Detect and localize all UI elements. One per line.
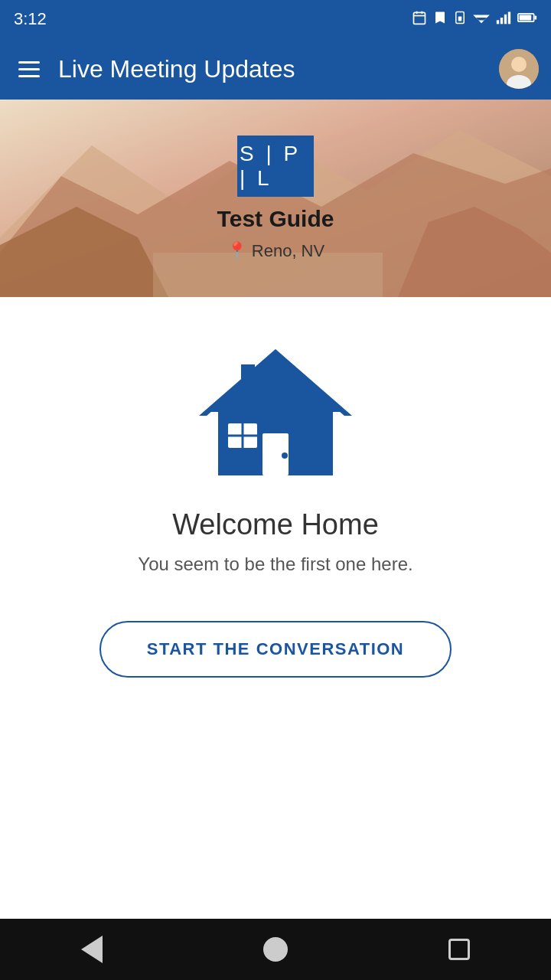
- svg-rect-10: [500, 18, 503, 24]
- menu-button[interactable]: [12, 52, 46, 86]
- app-title: Live Meeting Updates: [58, 55, 499, 83]
- avatar: [499, 49, 539, 89]
- location-text: Reno, NV: [252, 241, 324, 261]
- hamburger-icon: [18, 61, 40, 64]
- user-avatar-button[interactable]: [499, 49, 539, 89]
- start-conversation-button[interactable]: START THE CONVERSATION: [99, 621, 452, 678]
- svg-rect-5: [458, 16, 462, 21]
- battery-icon: [517, 11, 537, 28]
- svg-rect-34: [241, 364, 255, 391]
- hero-banner: S | P | L Test Guide 📍 Reno, NV: [0, 100, 551, 297]
- svg-point-17: [511, 57, 527, 72]
- svg-rect-15: [535, 15, 537, 19]
- home-circle-icon: [263, 937, 288, 962]
- spl-logo: S | P | L: [237, 136, 314, 197]
- sim-icon: [453, 10, 467, 29]
- hero-location: 📍 Reno, NV: [227, 241, 324, 261]
- svg-rect-0: [414, 12, 425, 24]
- hamburger-icon: [18, 75, 40, 77]
- app-bar: Live Meeting Updates: [0, 38, 551, 100]
- welcome-title: Welcome Home: [172, 508, 379, 541]
- house-icon: [199, 343, 352, 481]
- status-time: 3:12: [14, 9, 47, 29]
- spl-text: S | P | L: [240, 142, 311, 191]
- svg-marker-8: [478, 20, 484, 23]
- status-icons: [412, 10, 537, 29]
- main-content: Welcome Home You seem to be the first on…: [0, 297, 551, 919]
- svg-rect-9: [497, 20, 499, 24]
- square-icon: [448, 939, 470, 960]
- location-pin-icon: 📍: [227, 241, 247, 261]
- svg-rect-11: [504, 14, 507, 24]
- svg-point-33: [282, 452, 288, 459]
- back-button[interactable]: [69, 926, 115, 972]
- svg-rect-14: [520, 15, 532, 20]
- signal-icon: [496, 11, 511, 28]
- svg-rect-12: [508, 11, 510, 24]
- wifi-icon: [473, 11, 490, 28]
- bookmark-icon: [433, 10, 447, 29]
- hero-content: S | P | L Test Guide 📍 Reno, NV: [0, 100, 551, 297]
- home-button[interactable]: [253, 926, 298, 972]
- welcome-subtitle: You seem to be the first one here.: [138, 554, 412, 575]
- hamburger-icon: [18, 68, 40, 70]
- calendar-icon: [412, 10, 427, 29]
- back-icon: [81, 936, 103, 963]
- house-icon-wrap: [199, 343, 352, 484]
- recents-button[interactable]: [436, 926, 482, 972]
- status-bar: 3:12: [0, 0, 551, 38]
- bottom-nav-bar: [0, 919, 551, 980]
- svg-marker-26: [207, 351, 344, 412]
- guide-name: Test Guide: [217, 206, 334, 232]
